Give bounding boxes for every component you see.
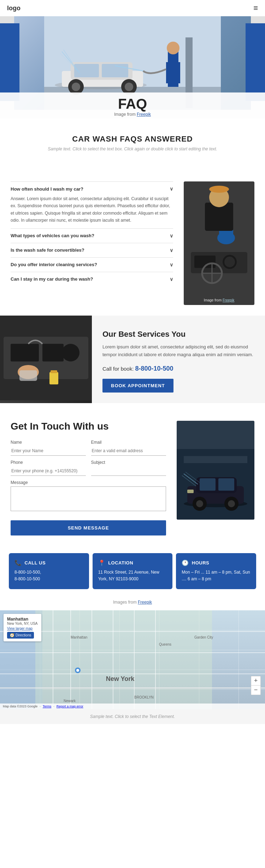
contact-title: Get In Touch With us	[11, 421, 166, 432]
services-title: Our Best Services You	[102, 330, 254, 339]
hero-title: FAQ	[0, 96, 265, 112]
map-background[interactable]: New York Manhattan Queens BROOKLYN Newar…	[0, 610, 265, 709]
map-footer-separator: ·	[40, 705, 41, 708]
form-group-phone: Phone	[11, 460, 86, 476]
faq-image-link[interactable]: Freepik	[223, 298, 234, 302]
info-card-call-text: 8-800-10-500, 8-800-10-500	[14, 569, 83, 582]
svg-rect-17	[166, 62, 180, 83]
svg-point-53	[196, 500, 203, 507]
faq-item-1: How often should I wash my car? ∨ Answer…	[11, 181, 173, 228]
svg-rect-43	[51, 370, 57, 373]
svg-text:Newark: Newark	[64, 699, 76, 703]
map-terms-link[interactable]: Terms	[43, 705, 52, 708]
phone-icon: 📞	[14, 559, 22, 566]
faq-section: How often should I wash my car? ∨ Answer…	[0, 164, 265, 316]
info-cards: 📞 CALL US 8-800-10-500, 8-800-10-500 📍 L…	[0, 546, 265, 596]
svg-text:Queens: Queens	[159, 642, 171, 646]
form-group-email: Email	[91, 440, 166, 456]
email-label: Email	[91, 440, 166, 445]
svg-point-16	[167, 42, 179, 54]
faq-question-4[interactable]: Do you offer interior cleaning services?…	[11, 262, 173, 268]
faq-arrow-1: ∨	[170, 186, 173, 192]
info-card-call-header: 📞 CALL US	[14, 559, 83, 566]
map-bottom-bar: Map data ©2023 Google · Terms · Report a…	[0, 704, 265, 709]
services-content: Our Best Services You Lorem ipsum dolor …	[92, 316, 265, 403]
services-call: Call for book: 8-800-10-500	[102, 365, 254, 372]
faq-question-5[interactable]: Can I stay in my car during the wash? ∨	[11, 276, 173, 282]
map-view-larger[interactable]: View larger map	[7, 627, 38, 630]
svg-rect-41	[19, 370, 37, 381]
form-row-name-email: Name Email	[11, 440, 166, 456]
message-textarea[interactable]	[11, 486, 166, 511]
email-input[interactable]	[91, 446, 166, 456]
svg-rect-46	[184, 456, 247, 463]
faq-questions-list: How often should I wash my car? ∨ Answer…	[11, 181, 173, 305]
info-card-call: 📞 CALL US 8-800-10-500, 8-800-10-500	[9, 553, 89, 589]
name-input[interactable]	[11, 446, 86, 456]
logo: logo	[7, 5, 20, 12]
images-credit-link[interactable]: Freepik	[138, 600, 152, 605]
form-group-subject: Subject	[91, 460, 166, 476]
faq-arrow-4: ∨	[170, 262, 173, 268]
svg-rect-61	[35, 610, 212, 709]
faq-question-2[interactable]: What types of vehicles can you wash? ∨	[11, 233, 173, 239]
map-report-link[interactable]: Report a map error	[57, 705, 83, 708]
info-card-hours-text: Mon – Fri ... 11 am – 8 pm, Sat, Sun ...…	[182, 569, 251, 582]
phone-label: Phone	[11, 460, 86, 465]
map-address: New York, NY, USA	[7, 622, 38, 625]
contact-image	[177, 421, 254, 520]
faq-image-caption: Image from Freepik	[204, 298, 235, 302]
faq-item-3: Is the wash safe for convertibles? ∨	[11, 243, 173, 257]
svg-point-79	[76, 669, 79, 672]
subject-input[interactable]	[91, 466, 166, 476]
map-overlay: Manhattan New York, NY, USA View larger …	[4, 614, 41, 641]
info-card-call-title: CALL US	[25, 560, 46, 565]
faq-main-subtitle: Sample text. Click to select the text bo…	[11, 146, 254, 151]
info-card-location: 📍 LOCATION 11 Rock Street, 21 Avenue, Ne…	[93, 553, 173, 589]
services-description: Lorem ipsum dolor sit amet, consectetur …	[102, 343, 254, 359]
info-card-location-text: 11 Rock Street, 21 Avenue, New York, NY …	[98, 569, 167, 582]
map-footer-text: Map data ©2023 Google	[3, 705, 37, 708]
hero-section: FAQ Image from Freepik	[0, 16, 265, 119]
map-directions-button[interactable]: 🧭 Directions	[7, 632, 34, 639]
svg-rect-50	[200, 478, 216, 491]
book-appointment-button[interactable]: BOOK APPOINTMENT	[102, 379, 173, 393]
info-card-hours-title: HOURS	[192, 560, 209, 565]
images-credit: Images from Freepik	[0, 596, 265, 610]
directions-icon: 🧭	[10, 633, 14, 637]
map-zoom-controls: + −	[251, 676, 261, 695]
hero-subtitle-link[interactable]: Freepik	[137, 112, 151, 117]
map-zoom-in[interactable]: +	[251, 676, 260, 686]
hero-blue-accent-left	[0, 23, 19, 101]
faq-question-1[interactable]: How often should I wash my car? ∨	[11, 186, 173, 192]
send-message-button[interactable]: SEND MESSAGE	[11, 520, 166, 535]
map-zoom-out[interactable]: −	[251, 686, 260, 695]
svg-point-34	[209, 186, 229, 193]
faq-titles-wrap: CAR WASH FAQS ANSWERED Sample text. Clic…	[0, 119, 265, 164]
faq-image-container: Image from Freepik	[184, 181, 254, 305]
services-image	[0, 316, 92, 403]
info-card-hours: 🕐 HOURS Mon – Fri ... 11 am – 8 pm, Sat,…	[176, 553, 256, 589]
faq-item-5: Can I stay in my car during the wash? ∨	[11, 272, 173, 286]
phone-input[interactable]	[11, 466, 86, 476]
svg-rect-37	[11, 344, 39, 361]
faq-arrow-5: ∨	[170, 276, 173, 282]
faq-item-4: Do you offer interior cleaning services?…	[11, 257, 173, 272]
map-city: Manhattan	[7, 617, 38, 622]
faq-question-3[interactable]: Is the wash safe for convertibles? ∨	[11, 247, 173, 253]
faq-arrow-3: ∨	[170, 247, 173, 253]
form-group-name: Name	[11, 440, 86, 456]
hamburger-icon[interactable]: ≡	[253, 4, 258, 13]
faq-arrow-2: ∨	[170, 233, 173, 239]
location-icon: 📍	[98, 559, 106, 566]
map-footer-separator2: ·	[53, 705, 54, 708]
services-section: Our Best Services You Lorem ipsum dolor …	[0, 316, 265, 403]
svg-point-39	[62, 344, 80, 361]
info-card-hours-header: 🕐 HOURS	[182, 559, 251, 566]
svg-rect-56	[187, 490, 194, 493]
services-phone[interactable]: 8-800-10-500	[135, 365, 173, 372]
info-card-location-header: 📍 LOCATION	[98, 559, 167, 566]
map-section: New York Manhattan Queens BROOKLYN Newar…	[0, 610, 265, 709]
svg-point-11	[125, 83, 133, 91]
form-group-message: Message	[11, 480, 166, 511]
